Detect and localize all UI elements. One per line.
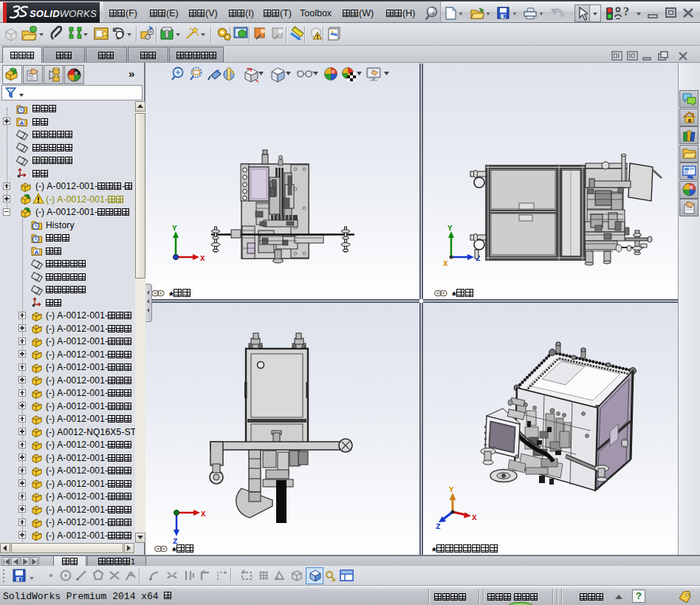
svg-text:A: A xyxy=(20,120,24,126)
svg-text:A: A xyxy=(35,249,39,256)
